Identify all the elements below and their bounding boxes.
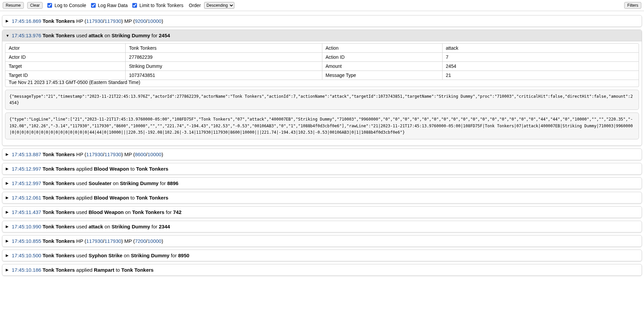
timestamp-ms: .997 bbox=[31, 180, 41, 186]
triangle-right-icon: ▶ bbox=[6, 19, 10, 23]
timestamp-ms: .186 bbox=[31, 267, 41, 273]
actor-name: Tonk Tonkers bbox=[43, 195, 75, 201]
target-name: Striking Dummy bbox=[131, 253, 170, 258]
actor-name: Tonk Tonkers bbox=[43, 33, 75, 38]
actor-name: Tonk Tonkers bbox=[43, 166, 75, 172]
skill-name: Rampart bbox=[94, 267, 114, 273]
detail-row: Actor ID277862239 bbox=[5, 53, 322, 62]
timestamp-ms: .997 bbox=[31, 166, 41, 172]
log-entry: ▶17:45:11.437 Tonk Tonkers used Blood We… bbox=[2, 206, 642, 218]
triangle-right-icon: ▶ bbox=[6, 253, 10, 258]
target-name: Tonk Tonkers bbox=[121, 267, 153, 273]
timestamp: 17:45:10 bbox=[12, 253, 31, 258]
triangle-right-icon: ▶ bbox=[6, 152, 10, 157]
raw-logline-block: {"type":"LogLine","line":["21","2023-11-… bbox=[5, 113, 639, 139]
timestamp: 17:45:10 bbox=[12, 267, 31, 273]
detail-row: Amount2454 bbox=[322, 62, 639, 71]
actor-name: Tonk Tonkers bbox=[43, 151, 75, 157]
amount: 2344 bbox=[159, 224, 170, 229]
timestamp: 17:45:12 bbox=[12, 195, 31, 201]
order-select[interactable]: Descending bbox=[204, 2, 234, 9]
log-entry-header[interactable]: ▶17:45:12.997 Tonk Tonkers used Souleate… bbox=[2, 178, 642, 189]
target-name: Striking Dummy bbox=[111, 33, 150, 38]
skill-name: attack bbox=[89, 33, 103, 38]
log-entry-header[interactable]: ▶17:45:13.887 Tonk Tonkers HP (117930/11… bbox=[2, 149, 642, 160]
actor-name: Tonk Tonkers bbox=[43, 180, 75, 186]
timestamp-ms: .869 bbox=[31, 18, 41, 24]
timestamp-ms: .855 bbox=[31, 238, 41, 244]
target-name: Striking Dummy bbox=[120, 180, 158, 186]
log-entry-header[interactable]: ▶17:45:10.500 Tonk Tonkers used Syphon S… bbox=[2, 250, 642, 261]
log-entry: ▶17:45:12.061 Tonk Tonkers applied Blood… bbox=[2, 192, 642, 204]
skill-name: Souleater bbox=[89, 180, 111, 186]
timestamp-ms: .976 bbox=[31, 33, 41, 38]
log-entry: ▶17:45:13.887 Tonk Tonkers HP (117930/11… bbox=[2, 148, 642, 160]
amount: 8896 bbox=[167, 180, 178, 186]
actor-name: Tonk Tonkers bbox=[43, 224, 75, 229]
filters-button[interactable]: Filters bbox=[624, 2, 641, 9]
detail-row: TargetStriking Dummy bbox=[5, 62, 322, 71]
triangle-right-icon: ▶ bbox=[6, 181, 10, 185]
amount: 8950 bbox=[178, 253, 189, 258]
amount: 2454 bbox=[159, 33, 170, 38]
log-entry-header[interactable]: ▶17:45:12.997 Tonk Tonkers applied Blood… bbox=[2, 163, 642, 174]
detail-row: ActorTonk Tonkers bbox=[5, 44, 322, 53]
log-entry-header[interactable]: ▶17:45:16.869 Tonk Tonkers HP (117930/11… bbox=[2, 15, 642, 27]
raw-json-block: {"messageType":"21","timestamp":"2023-11… bbox=[5, 90, 639, 110]
timestamp: 17:45:11 bbox=[12, 209, 31, 215]
triangle-right-icon: ▶ bbox=[6, 239, 10, 243]
clear-button[interactable]: Clear bbox=[27, 2, 43, 9]
target-name: Tonk Tonkers bbox=[136, 166, 168, 172]
log-entry-header[interactable]: ▶17:45:10.990 Tonk Tonkers used attack o… bbox=[2, 221, 642, 232]
log-console-checkbox[interactable]: Log to Console bbox=[46, 2, 86, 9]
timestamp: 17:45:13 bbox=[12, 33, 31, 38]
log-entry: ▶17:45:10.186 Tonk Tonkers applied Rampa… bbox=[2, 264, 642, 276]
actor-name: Tonk Tonkers bbox=[43, 18, 75, 24]
log-entry-header[interactable]: ▶17:45:12.061 Tonk Tonkers applied Blood… bbox=[2, 192, 642, 203]
log-entry: ▶17:45:10.500 Tonk Tonkers used Syphon S… bbox=[2, 250, 642, 261]
target-name: Striking Dummy bbox=[111, 224, 150, 229]
timestamp: 17:45:12 bbox=[12, 166, 31, 172]
log-console-input[interactable] bbox=[47, 3, 52, 8]
limit-checkbox[interactable]: Limit to Tonk Tonkers bbox=[131, 2, 183, 9]
detail-row: Message Type21 bbox=[322, 71, 639, 80]
log-entry: ▶17:45:12.997 Tonk Tonkers used Souleate… bbox=[2, 177, 642, 189]
actor-name: Tonk Tonkers bbox=[43, 253, 75, 258]
log-entry: ▶17:45:10.990 Tonk Tonkers used attack o… bbox=[2, 221, 642, 232]
actor-name: Tonk Tonkers bbox=[43, 267, 75, 273]
triangle-right-icon: ▶ bbox=[6, 210, 10, 214]
timestamp: 17:45:12 bbox=[12, 180, 31, 186]
detail-row: Actionattack bbox=[322, 44, 639, 53]
log-raw-checkbox[interactable]: Log Raw Data bbox=[90, 2, 128, 9]
limit-input[interactable] bbox=[132, 3, 137, 8]
timestamp: 17:45:16 bbox=[12, 18, 31, 24]
detail-row: Action ID7 bbox=[322, 53, 639, 62]
timestamp: 17:45:13 bbox=[12, 151, 31, 157]
log-entry-header[interactable]: ▶17:45:10.855 Tonk Tonkers HP (117930/11… bbox=[2, 235, 642, 247]
log-entry: ▶17:45:10.855 Tonk Tonkers HP (117930/11… bbox=[2, 235, 642, 247]
timestamp: 17:45:10 bbox=[12, 238, 31, 244]
target-name: Tonk Tonkers bbox=[132, 209, 165, 215]
actor-name: Tonk Tonkers bbox=[43, 209, 75, 215]
log-entry-header[interactable]: ▼17:45:13.976 Tonk Tonkers used attack o… bbox=[2, 30, 642, 41]
log-entry: ▼17:45:13.976 Tonk Tonkers used attack o… bbox=[2, 30, 642, 146]
amount: 742 bbox=[173, 209, 181, 215]
timestamp-ms: .437 bbox=[31, 209, 41, 215]
log-entry: ▶17:45:12.997 Tonk Tonkers applied Blood… bbox=[2, 163, 642, 175]
target-name: Tonk Tonkers bbox=[136, 195, 168, 201]
skill-name: Blood Weapon bbox=[94, 195, 129, 201]
triangle-right-icon: ▶ bbox=[6, 195, 10, 200]
timestamp-ms: .500 bbox=[31, 253, 41, 258]
triangle-right-icon: ▶ bbox=[6, 268, 10, 272]
log-entry-header[interactable]: ▶17:45:11.437 Tonk Tonkers used Blood We… bbox=[2, 207, 642, 218]
log-entry-body: ActorTonk TonkersActor ID277862239Target… bbox=[2, 41, 642, 145]
skill-name: Blood Weapon bbox=[89, 209, 124, 215]
toolbar: Resume Clear Log to Console Log Raw Data… bbox=[0, 0, 644, 11]
log-raw-input[interactable] bbox=[91, 3, 96, 8]
timestamp-ms: .061 bbox=[31, 195, 41, 201]
skill-name: Syphon Strike bbox=[89, 253, 123, 258]
resume-button[interactable]: Resume bbox=[3, 2, 24, 9]
triangle-down-icon: ▼ bbox=[6, 34, 10, 38]
log-entry-header[interactable]: ▶17:45:10.186 Tonk Tonkers applied Rampa… bbox=[2, 264, 642, 275]
order-label: Order bbox=[189, 3, 201, 8]
